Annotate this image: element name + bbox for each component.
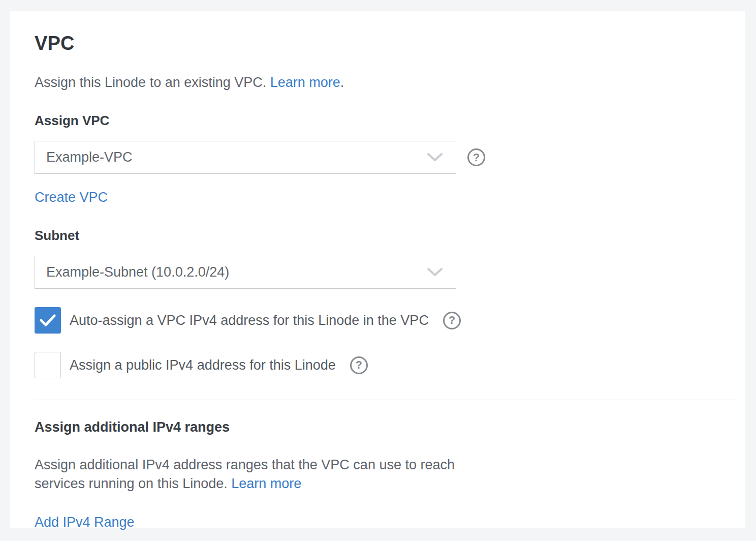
subnet-select-value: Example-Subnet (10.0.2.0/24) [46,264,229,280]
public-ipv4-checkbox[interactable] [35,352,61,378]
learn-more-link-vpc[interactable]: Learn more [270,75,340,90]
subnet-row: Example-Subnet (10.0.2.0/24) [35,256,720,289]
ipv4-ranges-description-line2: services running on this Linode. [35,476,228,491]
help-icon-glyph: ? [449,314,455,327]
ipv4-ranges-description: Assign additional IPv4 address ranges th… [35,456,720,493]
help-icon[interactable]: ? [350,356,368,374]
public-ipv4-label: Assign a public IPv4 address for this Li… [70,357,336,373]
add-ipv4-range-link[interactable]: Add IPv4 Range [35,515,135,530]
public-ipv4-row: Assign a public IPv4 address for this Li… [35,352,720,378]
auto-assign-ipv4-row: Auto-assign a VPC IPv4 address for this … [35,307,720,334]
auto-assign-ipv4-label: Auto-assign a VPC IPv4 address for this … [70,313,429,328]
help-icon[interactable]: ? [443,312,461,329]
create-vpc-link[interactable]: Create VPC [35,190,108,205]
assign-vpc-row: Example-VPC ? [35,141,720,174]
assign-vpc-label: Assign VPC [35,113,720,129]
chevron-down-icon [427,268,443,277]
section-divider [35,400,736,400]
vpc-panel: VPC Assign this Linode to an existing VP… [10,11,745,528]
add-ipv4-range-row: Add IPv4 Range [35,515,720,530]
help-icon-glyph: ? [356,358,362,372]
checkmark-icon [40,314,56,327]
vpc-subtitle-period: . [340,75,344,90]
ipv4-ranges-title: Assign additional IPv4 ranges [35,419,720,435]
subnet-label: Subnet [35,228,720,244]
page-title: VPC [35,33,720,54]
vpc-subtitle: Assign this Linode to an existing VPC. L… [35,75,720,91]
learn-more-link-ranges[interactable]: Learn more [231,476,301,491]
create-vpc-row: Create VPC [35,190,720,205]
auto-assign-ipv4-checkbox[interactable] [35,307,61,334]
vpc-select-value: Example-VPC [46,149,133,165]
chevron-down-icon [427,153,443,162]
help-icon-glyph: ? [473,151,480,164]
help-icon[interactable]: ? [467,148,485,166]
vpc-subtitle-text: Assign this Linode to an existing VPC. [35,75,266,90]
subnet-select[interactable]: Example-Subnet (10.0.2.0/24) [35,256,456,289]
ipv4-ranges-description-line1: Assign additional IPv4 address ranges th… [35,456,720,474]
vpc-select[interactable]: Example-VPC [35,141,456,174]
